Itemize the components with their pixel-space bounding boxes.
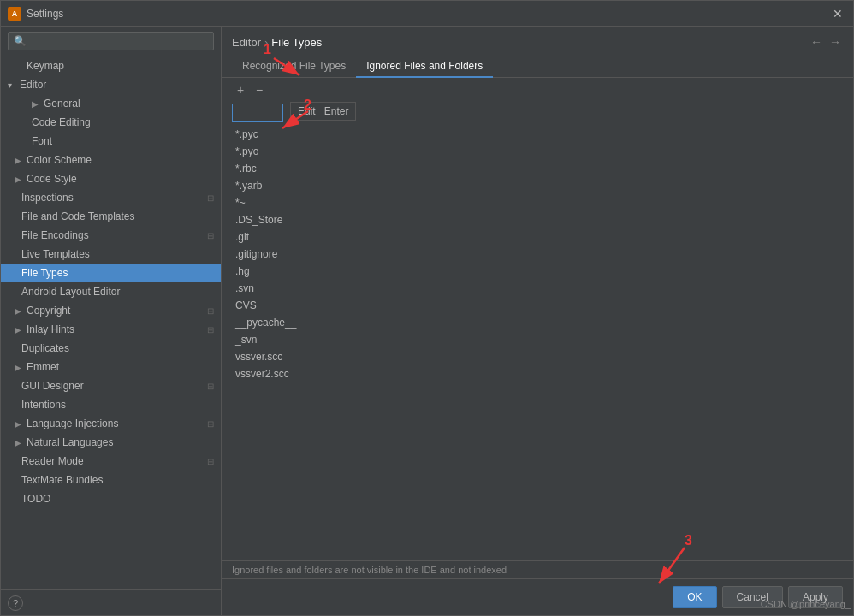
list-item[interactable]: .svn <box>232 280 843 297</box>
lang-injections-badge: ⊟ <box>207 419 214 429</box>
nav-arrows: ← → <box>809 33 843 50</box>
sidebar-item-duplicates[interactable]: Duplicates <box>1 339 221 358</box>
panel-header: Editor › File Types ← → <box>222 27 853 50</box>
sidebar-item-live-templates[interactable]: Live Templates <box>1 245 221 264</box>
breadcrumb-parent: Editor <box>232 36 261 49</box>
list-item[interactable]: .gitignore <box>232 246 843 263</box>
tooltip-popup: Edit Enter <box>290 102 356 121</box>
arrow-colorscheme-icon: ▶ <box>15 156 23 165</box>
window-title: Settings <box>27 8 63 20</box>
sidebar-item-font[interactable]: Font <box>1 132 221 151</box>
input-row: Edit Enter <box>222 102 853 126</box>
list-toolbar: + − <box>222 78 853 102</box>
list-item[interactable]: .DS_Store <box>232 211 843 228</box>
sidebar-item-editor[interactable]: ▾ Editor <box>1 75 221 94</box>
ok-button[interactable]: OK <box>673 586 716 608</box>
titlebar: A Settings ✕ <box>1 1 853 27</box>
remove-button[interactable]: − <box>251 81 268 98</box>
help-button[interactable]: ? <box>8 595 23 611</box>
tabs-bar: Recognized File Types Ignored Files and … <box>222 50 853 78</box>
sidebar-item-code-editing[interactable]: Code Editing <box>1 113 221 132</box>
sidebar-item-textmate-bundles[interactable]: TextMate Bundles <box>1 471 221 489</box>
tab-ignored-files-and-folders[interactable]: Ignored Files and Folders <box>356 56 493 78</box>
sidebar-item-gui-designer[interactable]: GUI Designer ⊟ <box>1 376 221 395</box>
list-item[interactable]: *.rbc <box>232 160 843 177</box>
close-button[interactable]: ✕ <box>829 5 846 22</box>
inspections-badge: ⊟ <box>207 193 214 203</box>
sidebar-nav: Keymap ▾ Editor ▶ General Code Editing F… <box>1 56 221 589</box>
sidebar-item-code-style[interactable]: ▶ Code Style <box>1 169 221 188</box>
list-item[interactable]: vssver2.scc <box>232 365 843 382</box>
expand-arrow-icon: ▾ <box>8 80 16 90</box>
gui-designer-badge: ⊟ <box>207 382 214 391</box>
list-item[interactable]: vssver.scc <box>232 348 843 365</box>
forward-button[interactable]: → <box>827 33 843 50</box>
right-panel: Editor › File Types ← → Recognized File … <box>222 27 853 615</box>
sidebar-item-reader-mode[interactable]: Reader Mode ⊟ <box>1 452 221 471</box>
main-layout: Keymap ▾ Editor ▶ General Code Editing F… <box>1 27 853 615</box>
list-item[interactable]: _svn <box>232 331 843 348</box>
sidebar-item-general[interactable]: ▶ General <box>1 94 221 113</box>
list-item[interactable]: *~ <box>232 194 843 211</box>
sidebar-item-color-scheme[interactable]: ▶ Color Scheme <box>1 151 221 169</box>
sidebar-item-emmet[interactable]: ▶ Emmet <box>1 358 221 376</box>
search-input[interactable] <box>8 32 214 50</box>
bottom-buttons: OK Cancel Apply <box>222 578 853 615</box>
arrow-general-icon: ▶ <box>32 99 40 109</box>
list-item[interactable]: *.pyc <box>232 126 843 143</box>
breadcrumb: Editor › File Types <box>232 36 322 49</box>
status-bar: Ignored files and folders are not visibl… <box>222 560 853 578</box>
breadcrumb-current: File Types <box>271 36 322 49</box>
arrow-langinjections-icon: ▶ <box>15 419 23 429</box>
sidebar: Keymap ▾ Editor ▶ General Code Editing F… <box>1 27 222 615</box>
sidebar-item-file-types[interactable]: File Types <box>1 264 221 282</box>
app-icon: A <box>8 7 21 21</box>
watermark: CSDN @princeyang_ <box>761 599 851 609</box>
settings-window: A Settings ✕ Keymap ▾ Editor <box>0 0 854 616</box>
sidebar-item-file-encodings[interactable]: File Encodings ⊟ <box>1 226 221 245</box>
sidebar-item-intentions[interactable]: Intentions <box>1 395 221 414</box>
list-item[interactable]: __pycache__ <box>232 314 843 331</box>
reader-mode-badge: ⊟ <box>207 457 214 466</box>
search-box <box>1 27 221 56</box>
add-button[interactable]: + <box>232 81 249 98</box>
list-item[interactable]: .git <box>232 228 843 246</box>
breadcrumb-separator: › <box>264 36 268 49</box>
arrow-naturallang-icon: ▶ <box>15 438 23 447</box>
arrow-emmet-icon: ▶ <box>15 363 23 372</box>
arrow-copyright-icon: ▶ <box>15 306 23 316</box>
inlay-hints-badge: ⊟ <box>207 325 214 335</box>
copyright-badge: ⊟ <box>207 306 214 316</box>
tab-recognized-file-types[interactable]: Recognized File Types <box>232 56 356 78</box>
back-button[interactable]: ← <box>809 33 824 50</box>
list-item[interactable]: .hg <box>232 263 843 280</box>
arrow-inlayhints-icon: ▶ <box>15 325 23 335</box>
arrow-codestyle-icon: ▶ <box>15 175 23 184</box>
file-encodings-badge: ⊟ <box>207 231 214 240</box>
sidebar-item-keymap[interactable]: Keymap <box>1 56 221 75</box>
sidebar-item-inspections[interactable]: Inspections ⊟ <box>1 188 221 207</box>
sidebar-item-natural-languages[interactable]: ▶ Natural Languages <box>1 433 221 452</box>
sidebar-item-inlay-hints[interactable]: ▶ Inlay Hints ⊟ <box>1 320 221 339</box>
sidebar-bottom: ? <box>1 589 221 615</box>
sidebar-item-file-code-templates[interactable]: File and Code Templates <box>1 207 221 226</box>
sidebar-item-copyright[interactable]: ▶ Copyright ⊟ <box>1 301 221 320</box>
list-item[interactable]: CVS <box>232 297 843 314</box>
file-list: *.pyc *.pyo *.rbc *.yarb *~ .DS_Store .g… <box>222 126 853 560</box>
pattern-input[interactable] <box>232 104 283 122</box>
list-item[interactable]: *.pyo <box>232 143 843 160</box>
list-item[interactable]: *.yarb <box>232 177 843 194</box>
panel-content: + − Edit Enter *.pyc *.pyo *.rbc <box>222 78 853 578</box>
sidebar-item-android-layout-editor[interactable]: Android Layout Editor <box>1 282 221 301</box>
sidebar-item-language-injections[interactable]: ▶ Language Injections ⊟ <box>1 414 221 433</box>
sidebar-item-todo[interactable]: TODO <box>1 489 221 508</box>
